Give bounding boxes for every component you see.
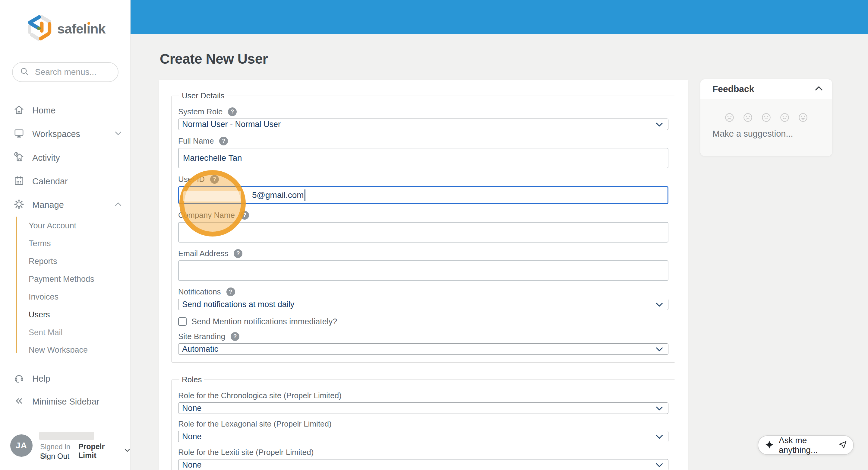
company-name-label: Company Name xyxy=(178,211,235,220)
gear-icon xyxy=(13,199,24,211)
sidebar-item-users[interactable]: Users xyxy=(29,309,119,321)
app-screen: safelınk Home xyxy=(0,0,868,470)
email-address-field: Email Address ? xyxy=(178,248,669,281)
sidebar-divider xyxy=(0,358,130,358)
page-title: Create New User xyxy=(160,51,268,67)
role-chronologica-label: Role for the Chronologica site (Propelr … xyxy=(178,391,342,400)
sidebar-divider xyxy=(0,420,130,420)
role-lexagonal-select[interactable]: None xyxy=(178,431,669,442)
sidebar-item-home[interactable]: Home xyxy=(13,101,122,120)
brand-logo[interactable]: safelınk xyxy=(26,14,105,43)
sidebar-item-activity[interactable]: Activity xyxy=(13,148,122,168)
rating-happy-icon[interactable] xyxy=(780,113,789,122)
avatar[interactable]: JA xyxy=(10,434,33,457)
chevron-down-icon[interactable] xyxy=(124,448,130,454)
rating-very-happy-icon[interactable] xyxy=(798,113,808,122)
rating-sad-icon[interactable] xyxy=(743,113,752,122)
safelink-logo-icon xyxy=(26,14,54,43)
email-address-label: Email Address xyxy=(178,249,228,258)
role-chronologica-select[interactable]: None xyxy=(178,403,669,414)
role-lexiti-select[interactable]: None xyxy=(178,459,669,470)
help-icon[interactable]: ? xyxy=(234,249,242,258)
user-id-field: User ID ? 5@gmail.com xyxy=(178,174,669,204)
company-name-field: Company Name ? xyxy=(178,210,669,242)
help-icon[interactable]: ? xyxy=(230,332,239,341)
sidebar-item-new-workspace[interactable]: New Workspace xyxy=(29,344,119,353)
full-name-field: Full Name ? Mariechelle Tan xyxy=(178,136,669,168)
sidebar-item-reports[interactable]: Reports xyxy=(29,255,119,267)
sidebar-item-label: Calendar xyxy=(32,176,68,186)
sidebar-search[interactable] xyxy=(12,62,119,82)
sidebar-item-terms[interactable]: Terms xyxy=(29,237,119,249)
role-lexagonal-label: Role for the Lexagonal site (Propelr Lim… xyxy=(178,419,332,429)
help-icon[interactable]: ? xyxy=(228,108,237,116)
notifications-select[interactable]: Send notifications at most daily xyxy=(178,299,669,310)
sidebar-item-payment-methods[interactable]: Payment Methods xyxy=(29,273,119,285)
home-icon xyxy=(13,105,24,116)
role-field: Role for the Chronologica site (Propelr … xyxy=(178,390,669,414)
site-branding-select[interactable]: Automatic xyxy=(178,343,669,355)
feedback-body: Make a suggestion... xyxy=(701,99,832,156)
sidebar-item-label: Manage xyxy=(32,200,64,210)
rating-neutral-icon[interactable] xyxy=(762,113,771,122)
sidebar-item-sent-mail[interactable]: Sent Mail xyxy=(29,326,119,339)
roles-fieldset: Roles Role for the Chronologica site (Pr… xyxy=(171,375,675,470)
help-icon[interactable]: ? xyxy=(240,211,249,219)
user-id-label: User ID xyxy=(178,175,205,184)
company-name-input[interactable] xyxy=(178,222,669,242)
sidebar-item-workspaces[interactable]: Workspaces xyxy=(13,124,122,144)
sign-out-link[interactable]: Sign Out xyxy=(40,452,69,461)
sparkle-icon xyxy=(765,440,774,450)
chevron-down-icon xyxy=(655,302,663,309)
sidebar-item-help[interactable]: Help xyxy=(13,369,122,388)
help-icon[interactable]: ? xyxy=(226,288,235,296)
sidebar-item-label: Workspaces xyxy=(32,129,80,139)
mention-notifications-checkbox[interactable] xyxy=(178,317,187,326)
ask-assistant-button[interactable]: Ask me anything... xyxy=(758,435,854,455)
notifications-label: Notifications xyxy=(178,287,221,297)
workspaces-icon xyxy=(13,128,24,140)
activity-icon xyxy=(13,152,24,164)
suggestion-input[interactable]: Make a suggestion... xyxy=(712,129,832,139)
user-id-input[interactable]: 5@gmail.com xyxy=(178,186,669,204)
collapse-chevron-up-icon[interactable] xyxy=(815,85,823,93)
email-address-input[interactable] xyxy=(178,260,669,281)
calendar-icon xyxy=(13,175,24,187)
site-branding-label: Site Branding xyxy=(178,332,225,341)
chevron-down-icon xyxy=(655,346,663,354)
chevron-down-icon xyxy=(655,434,663,441)
full-name-input[interactable]: Mariechelle Tan xyxy=(178,148,669,168)
help-icon[interactable]: ? xyxy=(219,137,228,145)
ask-assistant-label: Ask me anything... xyxy=(779,436,833,455)
sidebar-item-your-account[interactable]: Your Account xyxy=(29,219,119,232)
site-branding-field: Site Branding ? Automatic xyxy=(178,331,669,355)
system-role-select[interactable]: Normal User - Normal User xyxy=(178,119,669,130)
chevron-up-icon xyxy=(115,202,122,208)
sidebar-item-calendar[interactable]: Calendar xyxy=(13,172,122,191)
redacted-username xyxy=(39,432,94,440)
full-name-label: Full Name xyxy=(178,136,214,146)
chevron-down-icon xyxy=(115,130,122,137)
system-role-field: System Role ? Normal User - Normal User xyxy=(178,107,669,130)
sidebar-item-label: Activity xyxy=(32,153,60,163)
brand-i-dot xyxy=(87,22,90,25)
minimise-sidebar-button[interactable]: Minimise Sidebar xyxy=(13,392,122,411)
rating-very-sad-icon[interactable] xyxy=(725,113,734,122)
send-icon xyxy=(838,440,847,450)
role-field: Role for the Lexiti site (Propelr Limite… xyxy=(178,447,669,470)
chevron-down-icon xyxy=(655,462,663,469)
user-details-fieldset: User Details System Role ? Normal User -… xyxy=(171,91,675,362)
chevron-down-icon xyxy=(655,406,663,413)
create-user-form-card: User Details System Role ? Normal User -… xyxy=(159,80,688,470)
text-cursor xyxy=(305,189,305,201)
sidebar-item-invoices[interactable]: Invoices xyxy=(29,291,119,303)
chevron-down-icon xyxy=(655,122,663,129)
search-icon xyxy=(20,67,29,77)
help-icon[interactable]: ? xyxy=(210,175,219,184)
mention-notifications-label: Send Mention notifications immediately? xyxy=(191,317,337,326)
double-chevron-left-icon xyxy=(13,395,24,408)
org-switcher[interactable]: Propelr Limit xyxy=(79,442,122,460)
headset-icon xyxy=(13,373,24,385)
sidebar-item-manage[interactable]: Manage xyxy=(13,195,122,214)
search-input[interactable] xyxy=(34,67,112,77)
